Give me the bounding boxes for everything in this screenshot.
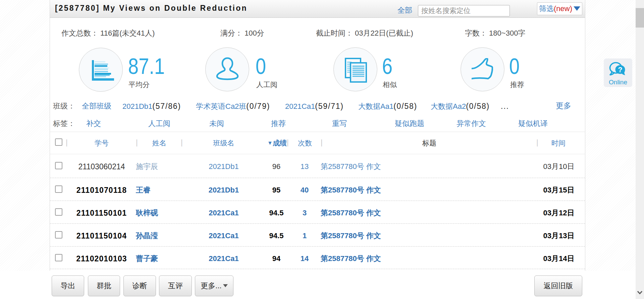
svg-text:?: ? xyxy=(618,66,622,74)
